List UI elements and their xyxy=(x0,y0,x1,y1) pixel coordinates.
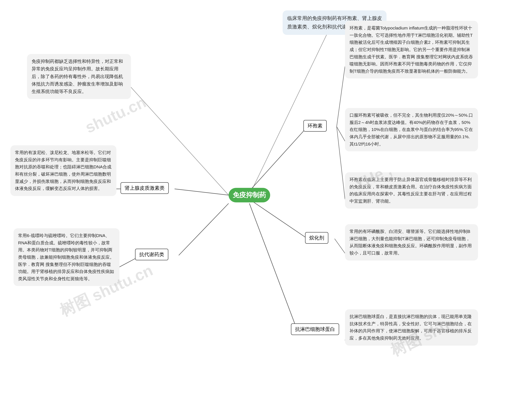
svg-line-1 xyxy=(131,87,228,195)
watermark-4: shutu.cn xyxy=(82,93,149,137)
svg-line-11 xyxy=(335,239,345,253)
bubble-antilymph-desc: 抗淋巴细胞球蛋白，是直接抗淋巴细胞的抗体，现已能用单克隆抗体技术生产，特异性高，… xyxy=(345,309,478,346)
bubble-kidney-left: 常用的有泼尼松、泼尼松龙、地塞米松等。它们对免疫反应的许多环节均有影响。主要是抑… xyxy=(10,145,116,196)
branch-kidney: 肾上腺皮质激素类 xyxy=(120,182,169,194)
svg-line-0 xyxy=(249,31,328,195)
svg-line-4 xyxy=(179,203,228,255)
svg-line-7 xyxy=(337,66,345,127)
branch-cyclosporin: 环孢素 xyxy=(304,120,327,132)
branch-alkylating: 烷化剂 xyxy=(305,232,328,244)
svg-line-10 xyxy=(249,199,308,239)
svg-line-6 xyxy=(249,127,308,191)
center-node: 免疫抑制药 xyxy=(228,188,270,202)
svg-line-12 xyxy=(249,203,297,330)
branch-antilymph: 抗淋巴细胞球蛋白 xyxy=(291,323,339,335)
bubble-cyclosporin-pharma: 口服环孢素可被吸收，但不完全，其生物利用度仅20%～50%.口服后2～4h时血浆… xyxy=(345,108,478,151)
bubble-cyclosporin-desc: 环孢素，是霉菌Tolypocladium inflatum生成的一种脂溶性环状十… xyxy=(345,21,478,79)
bubble-antimetab-left: 常用6-巯嘌呤与硫唑嘌呤。它们主要抑制DNA、RNA和蛋白质合成。硫唑嘌呤的毒性… xyxy=(13,228,120,286)
bubble-left-main: 免疫抑制药都缺乏选择性和特异性，对正常和异常的免疫反应均呈抑制作用。故长期应用后… xyxy=(27,54,131,99)
bubble-alkylating-desc: 常用的有环磷酰胺、白消安、噻替派等。它们能选择性地抑制B淋巴细胞，大剂量也能抑制… xyxy=(345,224,478,260)
branch-antimetabolite: 抗代谢药类 xyxy=(135,249,168,260)
svg-line-9 xyxy=(337,127,345,199)
bubble-cyclosporin-clinical: 环孢素在临床上主要用于防止异体器官或骨髓移植时排异等不利的免疫反应，常和糖皮质激… xyxy=(345,172,478,209)
svg-line-8 xyxy=(337,127,345,141)
svg-line-2 xyxy=(175,189,228,195)
mindmap-container: 免疫抑制药 肾上腺皮质激素类 抗代谢药类 环孢素 烷化剂 抗淋巴细胞球蛋白 临床… xyxy=(0,0,532,400)
